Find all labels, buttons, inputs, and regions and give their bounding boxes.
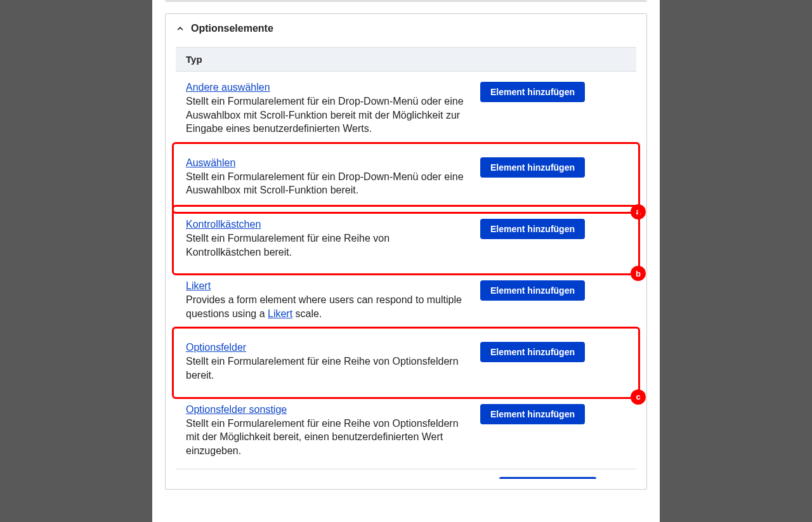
add-element-button[interactable]: Element hinzufügen <box>480 342 585 362</box>
row-divider <box>176 469 636 469</box>
add-element-button[interactable]: Element hinzufügen <box>480 219 585 239</box>
row-content: Kontrollkästchen Stellt ein Formularelem… <box>186 219 465 259</box>
element-description: Stellt ein Formularelement für ein Drop-… <box>186 170 465 197</box>
element-type-link[interactable]: Kontrollkästchen <box>186 219 261 230</box>
table-row: Auswählen Stellt ein Formularelement für… <box>176 147 636 209</box>
element-type-link[interactable]: Likert <box>186 280 211 291</box>
dialog-body: Optionselemente Typ Andere auswählen Ste… <box>152 0 660 522</box>
row-action: Element hinzufügen <box>480 404 585 424</box>
desc-text-pre: Provides a form element where users can … <box>186 294 462 319</box>
element-description: Stellt ein Formularelement für eine Reih… <box>186 417 465 458</box>
elements-table: Typ Andere auswählen Stellt ein Formular… <box>176 47 636 479</box>
element-type-link[interactable]: Optionsfelder <box>186 342 246 353</box>
element-type-link[interactable]: Auswählen <box>186 157 235 168</box>
row-action: Element hinzufügen <box>480 342 585 362</box>
column-header-type: Typ <box>176 48 636 72</box>
elements-rows: Andere auswählen Stellt ein Formularelem… <box>176 72 636 479</box>
previous-panel-stub <box>165 0 647 2</box>
row-action: Element hinzufügen <box>480 82 585 102</box>
desc-text-post: scale. <box>292 308 322 319</box>
row-content: Likert Provides a form element where use… <box>186 280 465 320</box>
section-toggle[interactable]: Optionselemente <box>176 14 636 43</box>
row-content: Optionsfelder sonstige Stellt ein Formul… <box>186 404 465 458</box>
element-description: Stellt ein Formularelement für eine Reih… <box>186 232 465 259</box>
chevron-up-icon <box>176 24 185 33</box>
table-row: Kontrollkästchen Stellt ein Formularelem… <box>176 209 636 270</box>
element-type-link[interactable]: Optionsfelder sonstige <box>186 404 287 415</box>
add-element-button[interactable]: Element hinzufügen <box>480 404 585 424</box>
element-description: Stellt ein Formularelement für eine Reih… <box>186 355 465 382</box>
element-description: Stellt ein Formularelement für ein Drop-… <box>186 95 465 136</box>
add-element-button[interactable]: Element hinzufügen <box>480 157 585 178</box>
options-elements-panel: Optionselemente Typ Andere auswählen Ste… <box>165 13 647 490</box>
table-row: Optionsfelder Stellt ein Formularelement… <box>176 332 636 393</box>
row-action: Element hinzufügen <box>480 280 585 301</box>
row-content: Auswählen Stellt ein Formularelement für… <box>186 157 465 197</box>
section-title: Optionselemente <box>191 23 273 34</box>
row-content: Andere auswählen Stellt ein Formularelem… <box>186 82 465 136</box>
row-action: Element hinzufügen <box>480 219 585 239</box>
table-row: Andere auswählen Stellt ein Formularelem… <box>176 72 636 147</box>
table-row: Optionsfelder sonstige Stellt ein Formul… <box>176 394 636 469</box>
likert-link[interactable]: Likert <box>268 308 292 319</box>
element-type-link[interactable]: Andere auswählen <box>186 82 270 93</box>
add-element-button[interactable]: Element hinzufügen <box>480 82 585 102</box>
row-content: Optionsfelder Stellt ein Formularelement… <box>186 342 465 382</box>
element-description: Provides a form element where users can … <box>186 293 465 320</box>
table-row: Likert Provides a form element where use… <box>176 270 636 332</box>
add-element-button[interactable]: Element hinzufügen <box>480 280 585 301</box>
next-row-button-stub <box>499 477 596 479</box>
row-action: Element hinzufügen <box>480 157 585 178</box>
